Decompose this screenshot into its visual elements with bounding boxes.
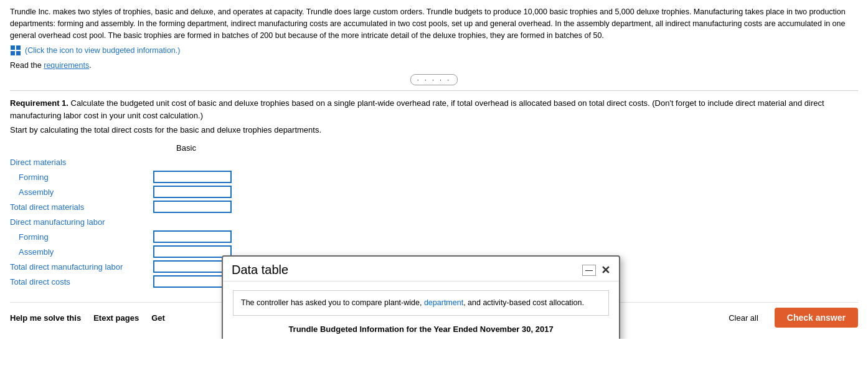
bottom-bar-right: Clear all Check answer [729,308,858,328]
collapse-handle[interactable]: · · · · · [410,74,458,85]
total-direct-materials-input-cell [153,201,234,213]
intro-paragraph: Trundle Inc. makes two styles of trophie… [10,6,858,41]
forming-labor-label: Forming [10,232,151,242]
total-direct-mfg-labor-row: Total direct manufacturing labor [10,260,234,273]
direct-materials-label-row: Direct materials [10,155,234,169]
help-me-solve-button[interactable]: Help me solve this [10,313,81,323]
basic-col-header: Basic [146,143,227,153]
total-direct-materials-row: Total direct materials [10,200,234,214]
svg-rect-2 [11,51,15,55]
forming-materials-row: Forming [10,170,234,184]
svg-rect-1 [16,45,21,50]
read-requirements: Read the requirements. [10,61,858,70]
direct-materials-label: Direct materials [10,158,234,167]
total-direct-costs-input[interactable] [153,275,232,288]
modal-controls: — ✕ [582,263,610,277]
forming-materials-label: Forming [10,173,151,182]
assembly-materials-input-cell [153,186,234,198]
assembly-materials-label: Assembly [10,187,151,197]
total-direct-materials-label: Total direct materials [10,202,151,212]
modal-body: The controller has asked you to compare … [223,282,619,339]
forming-materials-input-cell [153,171,234,183]
minimize-icon: — [585,266,593,275]
assembly-labor-row: Assembly [10,245,234,258]
check-answer-button[interactable]: Check answer [775,308,858,328]
forming-labor-input[interactable] [153,230,232,243]
notice-dept-highlight: department [424,298,463,307]
total-direct-costs-row: Total direct costs [10,275,234,288]
direct-mfg-labor-label: Direct manufacturing labor [10,217,234,227]
requirement-text: Requirement 1. Calculate the budgeted un… [10,97,858,121]
icon-row: (Click the icon to view budgeted informa… [10,45,858,56]
forming-labor-input-cell [153,230,234,243]
svg-rect-0 [11,45,15,50]
bottom-bar-left: Help me solve this Etext pages Get [10,313,165,323]
divider [10,90,858,91]
forming-materials-input[interactable] [153,171,232,183]
total-direct-costs-label: Total direct costs [10,277,151,286]
assembly-labor-label: Assembly [10,247,151,257]
assembly-materials-row: Assembly [10,185,234,199]
data-table-title: Trundle Budgeted Information for the Yea… [233,324,609,334]
close-icon: ✕ [601,264,610,277]
start-text: Start by calculating the total direct co… [10,125,858,135]
main-area: Basic Direct materials Forming Assembly [10,143,858,290]
direct-mfg-labor-label-row: Direct manufacturing labor [10,215,234,229]
assembly-materials-input[interactable] [153,186,232,198]
total-direct-mfg-labor-input[interactable] [153,260,232,273]
svg-rect-3 [16,51,21,55]
modal-title: Data table [232,263,288,277]
modal-minimize-button[interactable]: — [582,265,596,276]
get-button[interactable]: Get [151,313,165,323]
data-table-modal: Data table — ✕ The controller has asked … [222,255,620,339]
left-table: Basic Direct materials Forming Assembly [10,143,234,290]
forming-labor-row: Forming [10,230,234,244]
total-direct-mfg-labor-label: Total direct manufacturing labor [10,262,151,272]
clear-all-button[interactable]: Clear all [729,313,758,323]
requirements-link[interactable]: requirements [44,61,89,70]
total-direct-materials-input[interactable] [153,201,232,213]
modal-header: Data table — ✕ [223,257,619,282]
grid-icon[interactable] [10,45,21,56]
etext-pages-button[interactable]: Etext pages [93,313,139,323]
notice-text: The controller has asked you to compare … [241,298,584,307]
col-header-row: Basic [10,143,234,153]
icon-text: (Click the icon to view budgeted informa… [25,46,180,55]
modal-close-button[interactable]: ✕ [601,263,610,277]
notice-box: The controller has asked you to compare … [233,290,609,316]
assembly-labor-input[interactable] [153,245,232,258]
